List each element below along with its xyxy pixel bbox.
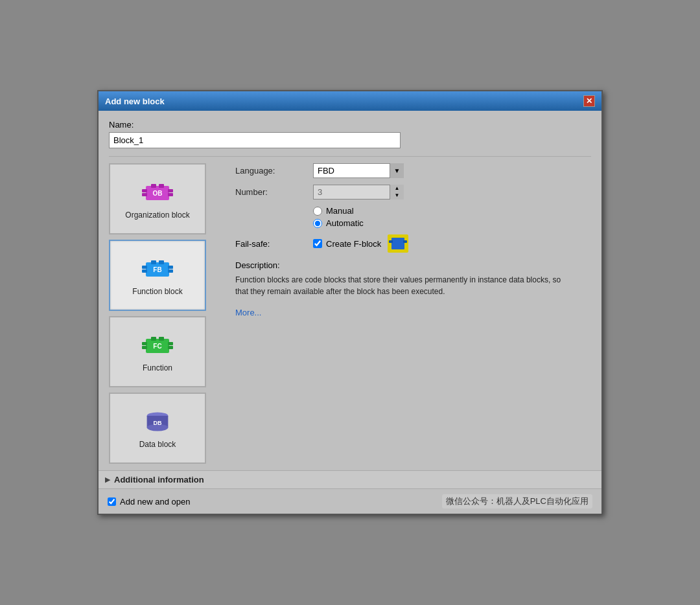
number-row: Number: ▲ ▼ xyxy=(235,185,591,200)
name-section: Name: xyxy=(109,120,591,148)
name-label: Name: xyxy=(109,120,591,130)
svg-rect-4 xyxy=(168,193,173,196)
db-label: Data block xyxy=(139,440,176,449)
add-new-block-dialog: Add new block ✕ Name: xyxy=(97,90,603,515)
svg-rect-5 xyxy=(151,184,156,188)
svg-rect-11 xyxy=(168,266,173,269)
close-button[interactable]: ✕ xyxy=(583,95,595,107)
ob-label: Organization block xyxy=(125,211,189,220)
dialog-body: Name: xyxy=(99,111,601,464)
block-item-db[interactable]: DB Data block xyxy=(109,393,206,464)
automatic-radio-row: Automatic xyxy=(313,218,591,228)
svg-rect-18 xyxy=(142,346,147,349)
title-bar: Add new block ✕ xyxy=(99,91,601,111)
create-fblock-checkbox[interactable] xyxy=(313,239,322,248)
svg-rect-19 xyxy=(168,342,173,345)
spin-down-button[interactable]: ▼ xyxy=(390,192,404,200)
svg-rect-12 xyxy=(168,269,173,273)
chevron-right-icon: ▶ xyxy=(105,475,110,484)
failsafe-label: Fail-safe: xyxy=(235,239,313,249)
description-text: Function blocks are code blocks that sto… xyxy=(235,274,572,297)
failsafe-content: Create F-block xyxy=(313,234,408,253)
failsafe-row: Fail-safe: Create F-block xyxy=(235,234,591,253)
fb-label: Function block xyxy=(132,287,182,296)
svg-rect-31 xyxy=(403,240,407,243)
fb-icon: FB xyxy=(139,255,176,283)
svg-rect-20 xyxy=(168,346,173,349)
number-spin-buttons: ▲ ▼ xyxy=(390,185,404,200)
svg-rect-9 xyxy=(142,266,147,269)
right-panel: Language: FBD LAD STL SCL ▼ Number: xyxy=(229,163,591,464)
svg-rect-2 xyxy=(142,193,147,196)
additional-info-label: Additional information xyxy=(114,475,204,485)
add-open-label: Add new and open xyxy=(120,497,190,507)
radio-group: Manual Automatic xyxy=(313,206,591,228)
bottom-bar: Add new and open 微信公众号：机器人及PLC自动化应用 xyxy=(99,488,601,514)
svg-rect-13 xyxy=(151,260,156,264)
number-input-wrapper: ▲ ▼ xyxy=(313,185,404,200)
language-label: Language: xyxy=(235,166,313,176)
spin-up-button[interactable]: ▲ xyxy=(390,185,404,192)
add-open-checkbox[interactable] xyxy=(108,497,116,506)
svg-rect-30 xyxy=(389,240,393,243)
description-title: Description: xyxy=(235,260,591,270)
language-select-wrapper: FBD LAD STL SCL ▼ xyxy=(313,163,404,178)
svg-rect-17 xyxy=(142,342,147,345)
watermark: 微信公众号：机器人及PLC自动化应用 xyxy=(442,494,592,508)
create-fblock-label: Create F-block xyxy=(326,239,381,249)
block-list: OB Organization block xyxy=(109,163,229,464)
main-content: OB Organization block xyxy=(109,156,591,464)
svg-text:DB: DB xyxy=(153,420,162,426)
block-item-ob[interactable]: OB Organization block xyxy=(109,163,206,234)
fc-label: Function xyxy=(143,363,172,372)
manual-radio-row: Manual xyxy=(313,206,591,216)
svg-rect-6 xyxy=(159,184,164,188)
fblock-icon xyxy=(388,234,408,253)
block-item-fc[interactable]: FC Function xyxy=(109,316,206,387)
language-row: Language: FBD LAD STL SCL ▼ xyxy=(235,163,591,178)
svg-rect-29 xyxy=(391,238,404,249)
block-item-fb[interactable]: FB Function block xyxy=(109,240,206,311)
svg-rect-14 xyxy=(159,260,164,264)
manual-label: Manual xyxy=(326,206,354,216)
svg-rect-10 xyxy=(142,269,147,273)
name-input[interactable] xyxy=(109,132,401,148)
svg-rect-22 xyxy=(159,337,164,341)
ob-icon: OB xyxy=(139,178,176,207)
number-label: Number: xyxy=(235,187,313,197)
fc-icon: FC xyxy=(139,331,176,360)
manual-radio[interactable] xyxy=(313,207,322,216)
svg-text:OB: OB xyxy=(153,190,163,197)
more-link[interactable]: More... xyxy=(235,308,261,317)
add-open-row: Add new and open xyxy=(108,497,190,507)
create-fblock-row: Create F-block xyxy=(313,239,381,249)
additional-info-bar[interactable]: ▶ Additional information xyxy=(99,470,601,488)
svg-rect-21 xyxy=(151,337,156,341)
automatic-label: Automatic xyxy=(326,218,364,228)
db-icon: DB xyxy=(139,407,176,436)
svg-text:FB: FB xyxy=(153,266,161,273)
svg-rect-1 xyxy=(142,189,147,192)
automatic-radio[interactable] xyxy=(313,219,322,228)
dialog-title: Add new block xyxy=(105,97,165,106)
description-section: Description: Function blocks are code bl… xyxy=(235,260,591,297)
svg-text:FC: FC xyxy=(153,343,161,350)
svg-rect-3 xyxy=(168,189,173,192)
language-select[interactable]: FBD LAD STL SCL xyxy=(313,163,404,178)
